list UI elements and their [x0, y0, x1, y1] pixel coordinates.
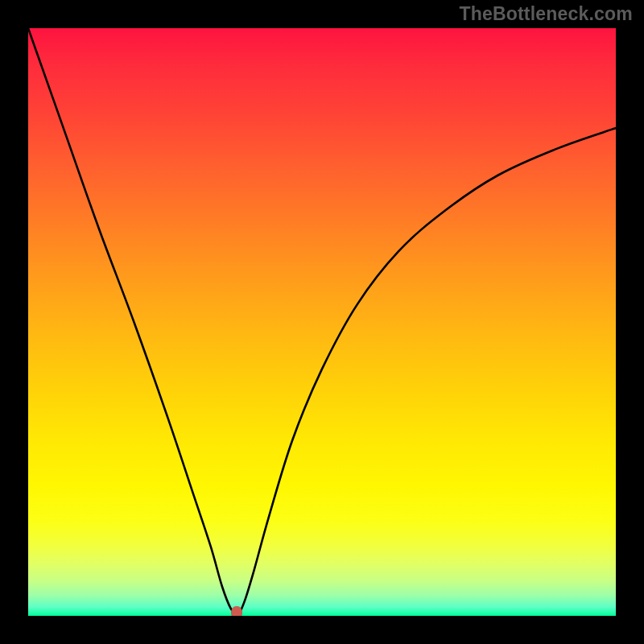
minimum-marker-icon	[231, 606, 242, 616]
plot-area	[28, 28, 616, 616]
chart-frame: TheBottleneck.com	[0, 0, 644, 644]
bottleneck-curve	[28, 28, 616, 616]
watermark-text: TheBottleneck.com	[459, 3, 633, 25]
